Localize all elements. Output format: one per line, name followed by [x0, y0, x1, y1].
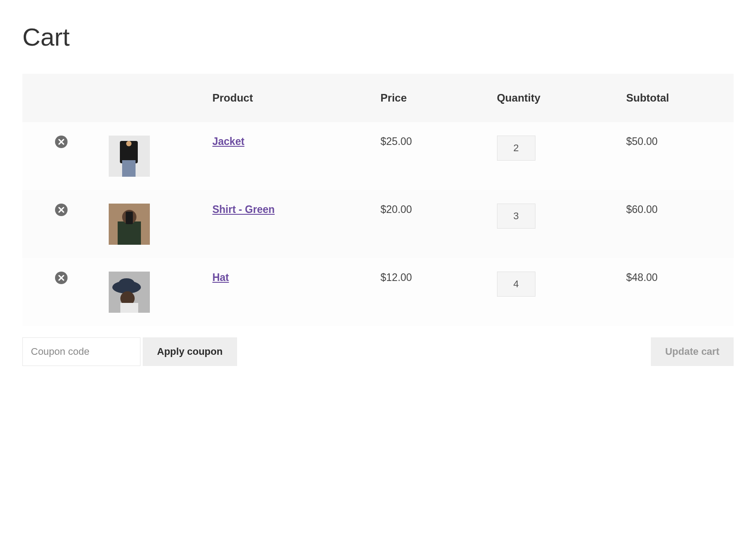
header-subtotal: Subtotal [617, 74, 734, 122]
page-title: Cart [22, 22, 734, 51]
close-icon [58, 207, 64, 213]
svg-rect-11 [120, 303, 138, 313]
cart-row: Hat $12.00 $48.00 [22, 258, 734, 326]
cart-row: Jacket $25.00 $50.00 [22, 122, 734, 190]
product-link[interactable]: Hat [212, 272, 229, 283]
quantity-input[interactable] [497, 204, 535, 229]
quantity-input[interactable] [497, 136, 535, 161]
quantity-input[interactable] [497, 272, 535, 297]
close-icon [58, 275, 64, 281]
svg-rect-2 [122, 160, 136, 177]
coupon-code-input[interactable] [22, 337, 140, 366]
close-icon [58, 139, 64, 145]
header-price: Price [372, 74, 488, 122]
header-product: Product [204, 74, 372, 122]
remove-item-button[interactable] [55, 204, 68, 216]
product-price: $25.00 [381, 136, 412, 147]
cart-row: Shirt - Green $20.00 $60.00 [22, 190, 734, 258]
cart-actions: Apply coupon Update cart [22, 326, 734, 366]
apply-coupon-button[interactable]: Apply coupon [143, 337, 237, 366]
product-link[interactable]: Shirt - Green [212, 204, 275, 215]
remove-item-button[interactable] [55, 136, 68, 148]
cart-table: Product Price Quantity Subtotal [22, 74, 734, 326]
product-thumbnail[interactable] [109, 136, 150, 177]
update-cart-button[interactable]: Update cart [651, 337, 734, 366]
svg-point-3 [126, 141, 132, 146]
product-subtotal: $48.00 [626, 272, 658, 283]
svg-rect-5 [118, 221, 141, 245]
product-price: $12.00 [381, 272, 412, 283]
header-thumbnail [100, 74, 203, 122]
product-subtotal: $50.00 [626, 136, 658, 147]
svg-rect-7 [126, 212, 133, 224]
header-remove [22, 74, 100, 122]
product-link[interactable]: Jacket [212, 136, 245, 147]
header-quantity: Quantity [488, 74, 617, 122]
product-subtotal: $60.00 [626, 204, 658, 215]
remove-item-button[interactable] [55, 272, 68, 284]
product-thumbnail[interactable] [109, 272, 150, 313]
product-price: $20.00 [381, 204, 412, 215]
product-thumbnail[interactable] [109, 204, 150, 245]
